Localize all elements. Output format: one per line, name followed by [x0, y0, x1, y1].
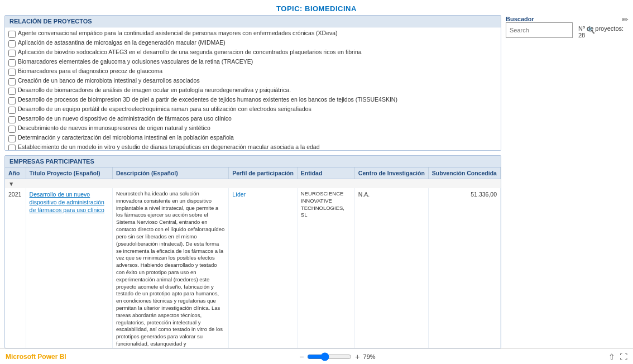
table-row: 2021Desarrollo de un nuevo dispositivo d… [5, 188, 501, 348]
zoom-percent: 79% [363, 353, 376, 360]
project-checkbox[interactable] [8, 40, 16, 47]
list-item: Creación de un banco de microbiota intes… [8, 77, 497, 85]
project-label: Creación de un banco de microbiota intes… [18, 77, 200, 85]
empresas-section: EMPRESAS PARTICIPANTES Año Titulo Proyec… [4, 155, 501, 348]
project-label: Establecimiento de un modelo in vitro y … [18, 143, 320, 150]
list-item: Agente conversacional empático para la c… [8, 30, 497, 38]
buscador-area: Buscador 🔍 [506, 16, 573, 38]
table-filter-row: ▼ [5, 179, 501, 189]
projects-list: Agente conversacional empático para la c… [5, 27, 501, 150]
col-header-centro: Centro de Investigación [354, 167, 428, 179]
list-item: Aplicación de astasantina de microalgas … [8, 39, 497, 47]
list-item: Biomarcadores elementales de galucoma y … [8, 58, 497, 66]
col-header-perfil: Perfil de participación [229, 167, 298, 179]
list-item: Biomarcadores para el diagnostico precoz… [8, 68, 497, 76]
header-right-top: Buscador 🔍 ✏ Nº de proyectos: 28 [506, 15, 629, 39]
zoom-controls: − + 79% [299, 352, 375, 361]
bottom-icons: ⇧ ⛶ [608, 352, 627, 361]
content-area: RELACIÓN DE PROYECTOS Agente conversacio… [0, 15, 633, 348]
cell-year: 2021 [5, 188, 26, 348]
project-label: Agente conversacional empático para la c… [18, 30, 338, 37]
zoom-slider[interactable] [307, 352, 352, 361]
list-item: Desarrollo de un equipo portátil de espe… [8, 106, 497, 114]
main-container: TOPIC: BIOMEDICINA RELACIÓN DE PROYECTOS… [0, 0, 633, 364]
project-checkbox[interactable] [8, 145, 16, 150]
project-checkbox[interactable] [8, 78, 16, 85]
cell-subvencion: 51.336,00 [428, 188, 500, 348]
bottom-bar: Microsoft Power BI − + 79% ⇧ ⛶ [0, 348, 633, 364]
table-header-row: Año Titulo Proyecto (Español) Descripció… [5, 167, 501, 179]
cell-entidad: NEUROSCIENCE INNOVATIVE TECHNOLOGIES, SL [297, 188, 354, 348]
cell-centro: N.A. [354, 188, 428, 348]
list-item: Determinación y caracterización del micr… [8, 134, 497, 142]
cell-desc: Neurostech ha ideado una solución innova… [112, 188, 228, 348]
empresas-table: Año Titulo Proyecto (Español) Descripció… [5, 167, 501, 348]
list-item: Descubrimiento de nuevos inmunosupresore… [8, 124, 497, 133]
project-label: Aplicación de biovdrio sodocalcico ATEG3… [18, 49, 362, 56]
search-box: 🔍 [506, 22, 573, 38]
right-panel: Buscador 🔍 ✏ Nº de proyectos: 28 [506, 15, 629, 348]
projects-title: RELACIÓN DE PROYECTOS [5, 16, 501, 27]
col-header-title: Titulo Proyecto (Español) [26, 167, 112, 179]
project-label: Desarrollo de un nuevo dispositivo de ad… [18, 115, 232, 123]
cell-title[interactable]: Desarrollo de un nuevo dispositivo de ad… [26, 188, 112, 348]
num-proyectos: Nº de proyectos: 28 [578, 25, 629, 39]
project-checkbox[interactable] [8, 116, 16, 123]
project-label: Descubrimiento de nuevos inmunosupresore… [18, 124, 210, 132]
year-filter-icon[interactable]: ▼ [8, 180, 14, 187]
buscador-label: Buscador [506, 16, 573, 22]
empresas-tbody: 2021Desarrollo de un nuevo dispositivo d… [5, 188, 501, 348]
project-checkbox[interactable] [8, 107, 16, 114]
empresas-title: EMPRESAS PARTICIPANTES [5, 156, 501, 167]
col-header-entidad: Entidad [297, 167, 354, 179]
project-checkbox[interactable] [8, 59, 16, 66]
topic-header: TOPIC: BIOMEDICINA [0, 0, 633, 15]
project-label: Biomarcadores para el diagnostico precoz… [18, 68, 162, 75]
project-checkbox[interactable] [8, 135, 16, 142]
project-checkbox[interactable] [8, 97, 16, 104]
project-checkbox[interactable] [8, 126, 16, 133]
zoom-minus-button[interactable]: − [299, 352, 304, 361]
fullscreen-icon[interactable]: ⛶ [620, 352, 627, 361]
col-header-subvencion: Subvención Concedida [428, 167, 500, 179]
project-checkbox[interactable] [8, 88, 16, 95]
list-item: Desarrollo de un nuevo dispositivo de ad… [8, 115, 497, 123]
left-panel: RELACIÓN DE PROYECTOS Agente conversacio… [4, 15, 501, 348]
list-item: Desarrollo de biomarcadores de análisis … [8, 87, 497, 95]
projects-section: RELACIÓN DE PROYECTOS Agente conversacio… [4, 15, 501, 151]
list-item: Aplicación de biovdrio sodocalcico ATEG3… [8, 49, 497, 57]
project-label: Aplicación de astasantina de microalgas … [18, 39, 226, 47]
project-label: Biomarcadores elementales de galucoma y … [18, 58, 253, 66]
list-item: Desarrollo de procesos de bioimpresion 3… [8, 96, 497, 104]
col-header-desc: Descripción (Español) [112, 167, 228, 179]
list-item: Establecimiento de un modelo in vitro y … [8, 143, 497, 150]
project-label: Desarrollo de biomarcadores de análisis … [18, 87, 291, 94]
zoom-plus-button[interactable]: + [355, 352, 359, 361]
project-label: Desarrollo de un equipo portátil de espe… [18, 106, 311, 113]
cell-perfil: Líder [229, 188, 298, 348]
col-header-year: Año [5, 167, 26, 179]
share-icon[interactable]: ⇧ [608, 352, 615, 361]
project-checkbox[interactable] [8, 31, 16, 38]
table-wrapper[interactable]: Año Titulo Proyecto (Español) Descripció… [5, 167, 501, 348]
pencil-icon[interactable]: ✏ [622, 15, 629, 24]
project-label: Desarrollo de procesos de bioimpresion 3… [18, 96, 397, 104]
powerbi-link[interactable]: Microsoft Power BI [6, 353, 66, 361]
project-checkbox[interactable] [8, 69, 16, 76]
project-label: Determinación y caracterización del micr… [18, 134, 234, 142]
project-checkbox[interactable] [8, 50, 16, 57]
topic-title: TOPIC: BIOMEDICINA [276, 4, 357, 13]
